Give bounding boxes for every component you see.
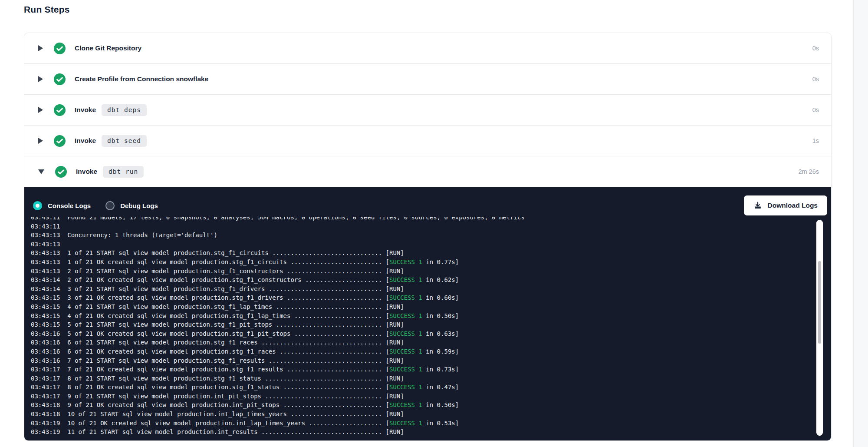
success-check-icon: [54, 104, 66, 116]
expander-icon[interactable]: [38, 107, 43, 113]
log-timestamp: 03:43:17: [31, 366, 60, 373]
expander-icon[interactable]: [38, 76, 43, 82]
step-label: Invoke: [75, 137, 96, 145]
download-logs-button[interactable]: Download Logs: [744, 195, 827, 215]
log-line: 03:43:11 Found 21 models, 17 tests, 0 sn…: [31, 217, 783, 222]
success-check-icon: [54, 135, 66, 147]
log-timestamp: 03:43:16: [31, 330, 60, 337]
log-line: 03:43:13 1 of 21 OK created sql view mod…: [31, 258, 783, 267]
step-command-pill: dbt deps: [102, 104, 147, 116]
log-success-badge: SUCCESS 1: [389, 294, 422, 301]
success-check-icon: [54, 73, 66, 85]
step-command-pill: dbt run: [103, 166, 144, 178]
step-duration: 0s: [812, 106, 819, 113]
log-timestamp: 03:43:15: [31, 303, 60, 310]
log-line: 03:43:18 10 of 21 START sql view model p…: [31, 410, 783, 419]
log-line: 03:43:17 8 of 21 OK created sql view mod…: [31, 383, 783, 392]
log-line: 03:43:15 5 of 21 START sql view model pr…: [31, 320, 783, 329]
log-line: 03:43:13 1 of 21 START sql view model pr…: [31, 248, 783, 258]
log-scrollbar-thumb[interactable]: [818, 261, 821, 344]
log-line: 03:43:16 6 of 21 OK created sql view mod…: [31, 347, 783, 356]
log-line: 03:43:13 Concurrency: 1 threads (target=…: [31, 231, 783, 240]
log-timestamp: 03:43:19: [31, 420, 60, 427]
log-success-badge: SUCCESS 1: [389, 312, 422, 319]
log-line: 03:43:14 2 of 21 OK created sql view mod…: [31, 275, 783, 285]
expander-icon[interactable]: [38, 169, 44, 174]
log-line: 03:43:19 10 of 21 OK created sql view mo…: [31, 419, 783, 428]
log-line: 03:43:13: [31, 240, 783, 249]
log-success-badge: SUCCESS 1: [389, 401, 422, 408]
step-duration: 1s: [812, 137, 819, 144]
run-step-row[interactable]: Create Profile from Connection snowflake…: [24, 64, 831, 95]
log-line: 03:43:15 4 of 21 OK created sql view mod…: [31, 311, 783, 321]
log-timestamp: 03:43:19: [31, 428, 60, 435]
run-step-row[interactable]: Clone Git Repository 0s: [24, 33, 831, 64]
log-line: 03:43:15 3 of 21 OK created sql view mod…: [31, 293, 783, 302]
radio-console-logs-label: Console Logs: [48, 202, 91, 209]
log-line: 03:43:17 9 of 21 START sql view model pr…: [31, 392, 783, 401]
log-lines: 03:43:11 Found 21 models, 17 tests, 0 sn…: [31, 217, 783, 436]
log-line: 03:43:18 9 of 21 OK created sql view mod…: [31, 401, 783, 410]
log-line: 03:43:11: [31, 222, 783, 231]
log-line: 03:43:16 6 of 21 START sql view model pr…: [31, 338, 783, 347]
log-timestamp: 03:43:18: [31, 401, 60, 408]
log-timestamp: 03:43:11: [31, 217, 60, 221]
log-timestamp: 03:43:15: [31, 294, 60, 301]
log-timestamp: 03:43:13: [31, 241, 60, 248]
log-timestamp: 03:43:11: [31, 223, 60, 230]
success-check-icon: [55, 166, 67, 178]
console-log-output[interactable]: 03:43:11 Found 21 models, 17 tests, 0 sn…: [24, 217, 783, 436]
right-gutter: [853, 0, 868, 447]
log-success-badge: SUCCESS 1: [389, 276, 422, 283]
log-success-badge: SUCCESS 1: [389, 420, 422, 427]
log-line: 03:43:17 8 of 21 START sql view model pr…: [31, 374, 783, 383]
run-step-row[interactable]: Invoke dbt deps 0s: [24, 95, 831, 126]
step-duration: 0s: [812, 45, 819, 52]
log-timestamp: 03:43:15: [31, 312, 60, 319]
success-check-icon: [54, 43, 66, 54]
expander-icon[interactable]: [38, 45, 43, 51]
download-icon: [753, 201, 762, 210]
download-logs-label: Download Logs: [768, 202, 818, 209]
step-command-pill: dbt seed: [102, 135, 147, 147]
log-line: 03:43:15 4 of 21 START sql view model pr…: [31, 302, 783, 311]
log-timestamp: 03:43:13: [31, 249, 60, 256]
log-timestamp: 03:43:13: [31, 268, 60, 275]
radio-debug-logs-label: Debug Logs: [120, 202, 158, 209]
log-timestamp: 03:43:17: [31, 393, 60, 400]
step-label: Create Profile from Connection snowflake: [75, 75, 208, 83]
run-steps-page: Run Steps Clone Git Repository 0s Create…: [0, 0, 868, 447]
run-step-row[interactable]: Invoke dbt seed 1s: [24, 126, 831, 156]
log-success-badge: SUCCESS 1: [389, 258, 422, 265]
radio-debug-logs[interactable]: Debug Logs: [105, 201, 158, 210]
log-timestamp: 03:43:17: [31, 384, 60, 391]
log-timestamp: 03:43:16: [31, 339, 60, 346]
radio-unselected-icon: [105, 201, 115, 210]
expander-icon[interactable]: [38, 138, 43, 144]
run-steps-card: Clone Git Repository 0s Create Profile f…: [24, 33, 832, 441]
step-label: Invoke: [76, 168, 97, 175]
log-timestamp: 03:43:16: [31, 348, 60, 355]
log-timestamp: 03:43:13: [31, 232, 60, 238]
log-line: 03:43:14 3 of 21 START sql view model pr…: [31, 285, 783, 294]
log-line: 03:43:13 2 of 21 START sql view model pr…: [31, 267, 783, 276]
log-success-badge: SUCCESS 1: [389, 366, 422, 373]
page-title: Run Steps: [24, 4, 70, 15]
log-scrollbar-track[interactable]: [816, 220, 823, 436]
log-timestamp: 03:43:16: [31, 357, 60, 364]
log-line: 03:43:16 5 of 21 OK created sql view mod…: [31, 329, 783, 338]
log-line: 03:43:17 7 of 21 OK created sql view mod…: [31, 365, 783, 374]
log-timestamp: 03:43:15: [31, 321, 60, 328]
step-duration: 2m 26s: [798, 168, 819, 175]
log-timestamp: 03:43:17: [31, 375, 60, 382]
step-label: Clone Git Repository: [75, 44, 141, 52]
log-success-badge: SUCCESS 1: [389, 330, 422, 337]
run-step-row[interactable]: Invoke dbt run 2m 26s: [24, 156, 831, 187]
log-success-badge: SUCCESS 1: [389, 348, 422, 355]
log-timestamp: 03:43:13: [31, 258, 60, 265]
log-timestamp: 03:43:14: [31, 276, 60, 283]
radio-console-logs[interactable]: Console Logs: [33, 201, 91, 210]
log-success-badge: SUCCESS 1: [389, 384, 422, 391]
run-steps-list: Clone Git Repository 0s Create Profile f…: [24, 33, 831, 187]
log-panel: Console Logs Debug Logs Download Logs: [24, 187, 831, 440]
